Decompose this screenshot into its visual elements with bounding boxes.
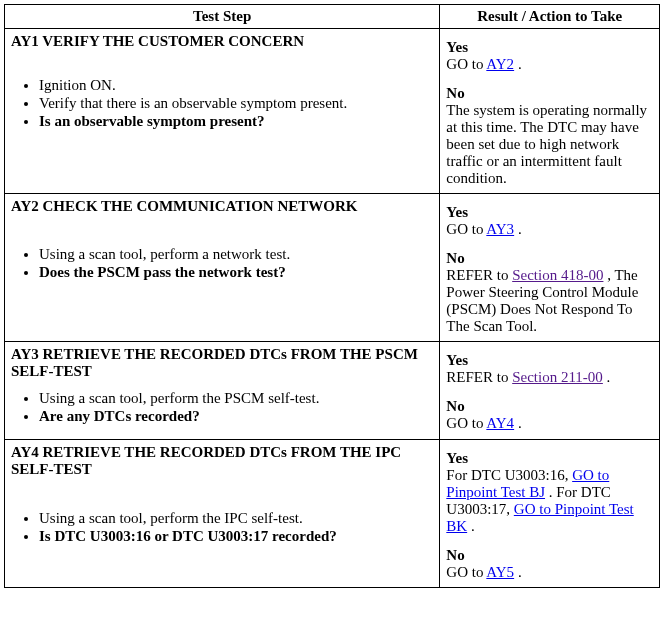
no-action: The system is operating normally at this… [446, 102, 653, 187]
step-item: Using a scan tool, perform a network tes… [39, 246, 433, 263]
step-item: Is an observable symptom present? [39, 113, 433, 130]
step-item: Is DTC U3003:16 or DTC U3003:17 recorded… [39, 528, 433, 545]
step-list: Using a scan tool, perform a network tes… [11, 246, 433, 281]
step-title: AY3 RETRIEVE THE RECORDED DTCs FROM THE … [5, 342, 440, 385]
step-body: Using a scan tool, perform a network tes… [5, 240, 440, 341]
link[interactable]: GO to Pinpoint Test BK [446, 501, 633, 534]
result-cell: YesFor DTC U3003:16, GO to Pinpoint Test… [440, 440, 660, 588]
link[interactable]: AY3 [486, 221, 514, 237]
header-test-step: Test Step [5, 5, 440, 29]
step-title: AY4 RETRIEVE THE RECORDED DTCs FROM THE … [5, 440, 440, 504]
step-list: Ignition ON.Verify that there is an obse… [11, 77, 433, 130]
yes-action: GO to AY2 . [446, 56, 653, 73]
result-cell: YesGO to AY2 .NoThe system is operating … [440, 29, 660, 194]
step-title: AY2 CHECK THE COMMUNICATION NETWORK [5, 194, 440, 241]
step-item: Does the PSCM pass the network test? [39, 264, 433, 281]
no-action: GO to AY5 . [446, 564, 653, 581]
step-body: Ignition ON.Verify that there is an obse… [5, 71, 440, 194]
step-item: Using a scan tool, perform the IPC self-… [39, 510, 433, 527]
link[interactable]: Section 418-00 [512, 267, 603, 283]
step-body: Using a scan tool, perform the IPC self-… [5, 504, 440, 588]
step-item: Using a scan tool, perform the PSCM self… [39, 390, 433, 407]
no-label: No [446, 547, 653, 564]
no-label: No [446, 250, 653, 267]
link[interactable]: GO to Pinpoint Test BJ [446, 467, 609, 500]
link[interactable]: AY4 [486, 415, 514, 431]
yes-label: Yes [446, 450, 653, 467]
result-cell: YesREFER to Section 211-00 .NoGO to AY4 … [440, 342, 660, 440]
yes-action: For DTC U3003:16, GO to Pinpoint Test BJ… [446, 467, 653, 535]
step-list: Using a scan tool, perform the IPC self-… [11, 510, 433, 545]
header-result: Result / Action to Take [440, 5, 660, 29]
result-cell: YesGO to AY3 .NoREFER to Section 418-00 … [440, 194, 660, 342]
no-label: No [446, 85, 653, 102]
link[interactable]: Section 211-00 [512, 369, 603, 385]
yes-label: Yes [446, 39, 653, 56]
step-item: Are any DTCs recorded? [39, 408, 433, 425]
step-item: Verify that there is an observable sympt… [39, 95, 433, 112]
diagnostic-table: Test Step Result / Action to Take AY1 VE… [4, 4, 660, 588]
link[interactable]: AY2 [486, 56, 514, 72]
step-body: Using a scan tool, perform the PSCM self… [5, 384, 440, 440]
link[interactable]: AY5 [486, 564, 514, 580]
no-action: REFER to Section 418-00 , The Power Stee… [446, 267, 653, 335]
no-action: GO to AY4 . [446, 415, 653, 432]
yes-label: Yes [446, 204, 653, 221]
yes-action: REFER to Section 211-00 . [446, 369, 653, 386]
no-label: No [446, 398, 653, 415]
step-list: Using a scan tool, perform the PSCM self… [11, 390, 433, 425]
step-title: AY1 VERIFY THE CUSTOMER CONCERN [5, 29, 440, 72]
yes-label: Yes [446, 352, 653, 369]
step-item: Ignition ON. [39, 77, 433, 94]
yes-action: GO to AY3 . [446, 221, 653, 238]
